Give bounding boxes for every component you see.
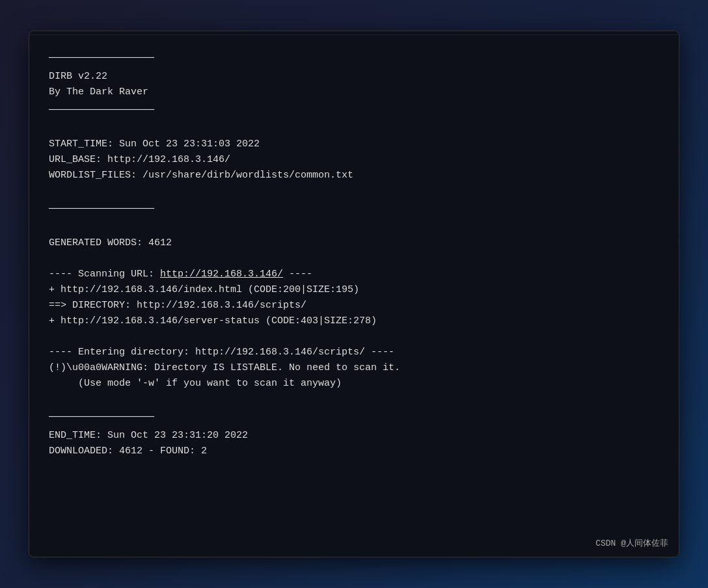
end-time: END_TIME: Sun Oct 23 23:31:20 2022 [49, 428, 659, 444]
scanning-url: ---- Scanning URL: http://192.168.3.146/… [49, 267, 659, 282]
directory-scripts: ==> DIRECTORY: http://192.168.3.146/scri… [49, 298, 659, 314]
divider-4: ────────────────── [49, 410, 659, 425]
found-server-status: + http://192.168.3.146/server-status (CO… [49, 314, 659, 329]
downloaded-found: DOWNLOADED: 4612 - FOUND: 2 [49, 444, 659, 459]
found-index: + http://192.168.3.146/index.html (CODE:… [49, 282, 659, 298]
warning-mode: (Use mode '-w' if you want to scan it an… [49, 376, 659, 392]
terminal-body: ────────────────── DIRB v2.22 By The Dar… [29, 35, 679, 557]
scan-url-link[interactable]: http://192.168.3.146/ [160, 269, 283, 280]
generated-words: GENERATED WORDS: 4612 [49, 235, 659, 251]
terminal-window: ────────────────── DIRB v2.22 By The Dar… [29, 31, 679, 557]
divider-3: ────────────────── [49, 202, 659, 217]
watermark: CSDN @人间体佐菲 [595, 537, 668, 549]
url-base: URL_BASE: http://192.168.3.146/ [49, 152, 659, 168]
divider-1: ────────────────── [49, 51, 659, 66]
wordlist-files: WORDLIST_FILES: /usr/share/dirb/wordlist… [49, 168, 659, 183]
entering-directory: ---- Entering directory: http://192.168.… [49, 345, 659, 360]
start-time: START_TIME: Sun Oct 23 23:31:03 2022 [49, 137, 659, 152]
dirb-version: DIRB v2.22 [49, 69, 659, 85]
outer-container: Apache2 Error (found) RC:SS 3fb anti-cli… [0, 0, 708, 588]
dirb-author: By The Dark Raver [49, 85, 659, 100]
divider-2: ────────────────── [49, 103, 659, 118]
warning-listable: (!)\u00a0WARNING: Directory IS LISTABLE.… [49, 360, 659, 376]
